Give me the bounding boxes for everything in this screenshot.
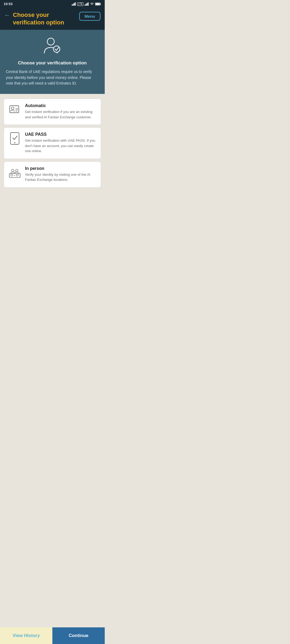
back-button[interactable]: ← bbox=[4, 11, 10, 19]
in-person-content: In person Verify your identity by visiti… bbox=[25, 166, 96, 182]
in-person-title: In person bbox=[25, 166, 96, 171]
svg-rect-0 bbox=[72, 5, 73, 6]
svg-rect-25 bbox=[16, 174, 18, 176]
svg-rect-24 bbox=[14, 175, 15, 176]
option-uae-pass[interactable]: UAE PASS Get instant verification with U… bbox=[4, 127, 101, 159]
status-bar: 10:53 LTE bbox=[0, 0, 105, 8]
automatic-title: Automatic bbox=[25, 103, 96, 108]
option-automatic[interactable]: Automatic Get instant verification if yo… bbox=[4, 99, 101, 125]
uae-pass-desc: Get instant verification with UAE PASS. … bbox=[25, 138, 96, 154]
svg-rect-4 bbox=[85, 5, 85, 6]
status-icons: LTE bbox=[72, 2, 101, 6]
uae-pass-title: UAE PASS bbox=[25, 132, 96, 137]
page-title: Choose your verification option bbox=[13, 11, 77, 26]
uae-pass-content: UAE PASS Get instant verification with U… bbox=[25, 132, 96, 154]
svg-point-22 bbox=[16, 169, 18, 172]
svg-point-19 bbox=[14, 142, 15, 143]
svg-rect-3 bbox=[75, 2, 76, 6]
in-person-desc: Verify your identity by visiting one of … bbox=[25, 172, 96, 182]
svg-rect-2 bbox=[74, 3, 75, 6]
svg-rect-9 bbox=[100, 3, 101, 5]
content-spacer bbox=[0, 188, 105, 236]
navbar: ← Choose your verification option Menu bbox=[0, 8, 105, 30]
svg-point-12 bbox=[53, 46, 60, 52]
wifi-icon bbox=[90, 2, 94, 6]
hero-description: Central Bank of UAE regulations require … bbox=[6, 69, 99, 86]
svg-rect-10 bbox=[96, 3, 100, 5]
automatic-icon bbox=[8, 103, 21, 116]
battery-icon bbox=[95, 2, 101, 6]
signal2-icon bbox=[85, 2, 89, 6]
svg-point-14 bbox=[11, 107, 14, 110]
svg-rect-13 bbox=[10, 106, 19, 113]
svg-rect-5 bbox=[86, 4, 86, 6]
option-in-person[interactable]: In person Verify your identity by visiti… bbox=[4, 162, 101, 188]
menu-button[interactable]: Menu bbox=[79, 12, 100, 21]
status-time: 10:53 bbox=[4, 2, 13, 6]
svg-rect-23 bbox=[11, 174, 13, 176]
verification-icon bbox=[42, 36, 63, 56]
svg-rect-7 bbox=[88, 2, 89, 6]
svg-rect-1 bbox=[73, 4, 74, 6]
options-list: Automatic Get instant verification if yo… bbox=[0, 94, 105, 188]
signal-icon bbox=[72, 2, 76, 6]
svg-point-11 bbox=[47, 38, 54, 45]
hero-section: Choose your verification option Central … bbox=[0, 30, 105, 94]
in-person-icon bbox=[8, 166, 21, 179]
hero-title: Choose your verification option bbox=[18, 60, 87, 66]
svg-point-21 bbox=[12, 169, 14, 172]
lte-badge: LTE bbox=[77, 2, 84, 6]
automatic-content: Automatic Get instant verification if yo… bbox=[25, 103, 96, 120]
svg-rect-6 bbox=[87, 3, 88, 6]
uae-pass-icon bbox=[8, 132, 21, 145]
automatic-desc: Get instant verification if you are an e… bbox=[25, 109, 96, 120]
